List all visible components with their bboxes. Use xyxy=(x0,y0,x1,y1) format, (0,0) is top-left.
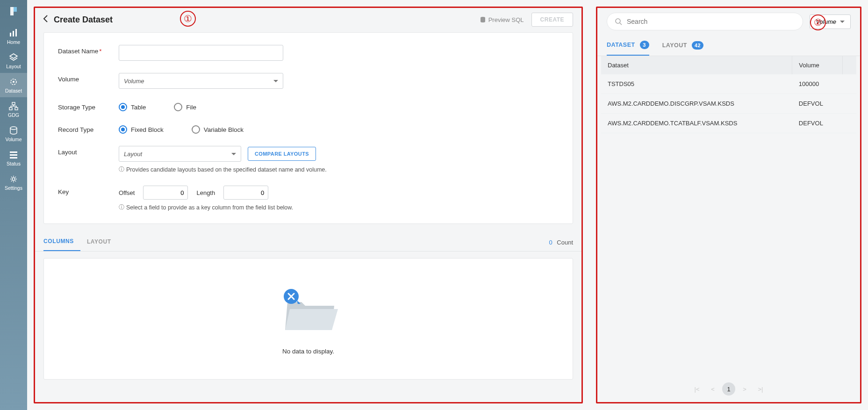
nav-gdg[interactable]: GDG xyxy=(0,97,27,122)
count-label: Count xyxy=(557,239,573,246)
app-logo xyxy=(6,4,21,19)
dataset-count-badge: 3 xyxy=(640,41,649,49)
col-header-actions xyxy=(842,56,856,74)
col-header-dataset[interactable]: Dataset xyxy=(601,56,792,74)
search-field-wrap[interactable] xyxy=(607,13,803,30)
nav-label: Volume xyxy=(5,137,22,142)
layout-select[interactable]: Layout xyxy=(119,146,241,162)
svg-rect-7 xyxy=(15,108,18,110)
volume-label: Volume xyxy=(58,73,119,83)
chevron-down-icon xyxy=(273,80,278,82)
create-button[interactable]: CREATE xyxy=(531,13,573,27)
panel-header: Create Dataset Preview SQL CREATE xyxy=(35,8,581,32)
nav-label: Status xyxy=(7,161,21,166)
page-title: Create Dataset xyxy=(54,15,480,25)
tab-columns[interactable]: COLUMNS xyxy=(43,238,80,251)
create-dataset-panel: ① Create Dataset Preview SQL CREATE Data… xyxy=(34,7,583,403)
radio-checked-icon xyxy=(119,103,127,111)
tab-dataset-label: DATASET xyxy=(607,42,635,48)
radio-label: Fixed Block xyxy=(131,126,164,133)
info-icon: ⓘ xyxy=(119,165,124,173)
volume-select[interactable]: Volume xyxy=(119,73,283,89)
svg-point-12 xyxy=(12,178,15,180)
nav-volume[interactable]: Volume xyxy=(0,122,27,146)
nav-label: Layout xyxy=(6,64,21,69)
hierarchy-icon xyxy=(9,102,18,110)
table-row[interactable]: AWS.M2.CARDDEMO.TCATBALF.VSAM.KSDS DEFVO… xyxy=(601,114,856,133)
svg-point-15 xyxy=(616,19,620,23)
radio-checked-icon xyxy=(119,125,127,134)
tab-dataset[interactable]: DATASET 3 xyxy=(607,36,649,56)
page-first-button[interactable]: |< xyxy=(690,382,703,396)
preview-sql-label: Preview SQL xyxy=(488,16,524,23)
nav-label: GDG xyxy=(8,112,19,118)
radio-unchecked-icon xyxy=(174,103,182,111)
cell-volume: DEFVOL xyxy=(792,114,842,133)
record-type-label: Record Type xyxy=(58,123,119,133)
record-type-fixed-radio[interactable]: Fixed Block xyxy=(119,125,164,134)
nav-label: Dataset xyxy=(5,88,22,94)
radio-label: Table xyxy=(131,104,146,111)
tab-layout-label: LAYOUT xyxy=(662,42,687,49)
nav-settings[interactable]: Settings xyxy=(0,170,27,194)
chevron-down-icon xyxy=(840,21,845,23)
layout-count-badge: 42 xyxy=(692,41,703,50)
compare-layouts-button[interactable]: COMPARE LAYOUTS xyxy=(248,147,316,161)
length-label: Length xyxy=(196,189,215,196)
length-input[interactable] xyxy=(223,186,268,200)
record-type-variable-radio[interactable]: Variable Block xyxy=(192,125,244,134)
storage-type-table-radio[interactable]: Table xyxy=(119,103,146,111)
nav-layout[interactable]: Layout xyxy=(0,49,27,73)
list-icon xyxy=(9,151,18,159)
page-next-button[interactable]: > xyxy=(738,382,751,396)
callout-2: ② xyxy=(810,14,826,30)
empty-folder-icon xyxy=(273,283,344,339)
dataset-name-input[interactable] xyxy=(119,45,283,61)
database-icon xyxy=(9,126,18,135)
page-prev-button[interactable]: < xyxy=(706,382,719,396)
svg-rect-2 xyxy=(15,29,17,36)
search-input[interactable] xyxy=(627,18,795,25)
chevron-down-icon xyxy=(231,153,236,155)
key-hint: ⓘ Select a field to provide as a key col… xyxy=(119,203,559,211)
back-arrow-icon[interactable] xyxy=(42,14,50,25)
page-number-current[interactable]: 1 xyxy=(722,382,735,396)
key-label: Key xyxy=(58,186,119,195)
storage-type-file-radio[interactable]: File xyxy=(174,103,196,111)
svg-rect-10 xyxy=(10,154,17,156)
nav-dataset[interactable]: Dataset xyxy=(0,73,27,97)
layout-hint: ⓘ Provides candidate layouts based on th… xyxy=(119,165,559,173)
storage-type-label: Storage Type xyxy=(58,101,119,111)
tab-layout[interactable]: LAYOUT 42 xyxy=(662,36,704,55)
page-last-button[interactable]: >| xyxy=(754,382,767,396)
nav-label: Settings xyxy=(5,185,22,191)
dataset-table-wrap: Dataset Volume TSTDS05 100000 AWS.M2.CAR… xyxy=(597,56,860,376)
main-content: ① Create Dataset Preview SQL CREATE Data… xyxy=(27,0,868,410)
count-display: 0 Count xyxy=(549,239,573,251)
svg-rect-5 xyxy=(12,102,15,105)
bar-chart-icon xyxy=(9,29,18,37)
svg-rect-0 xyxy=(10,33,11,36)
radio-label: File xyxy=(186,104,196,111)
nav-label: Home xyxy=(7,39,20,45)
cell-dataset: AWS.M2.CARDDEMO.TCATBALF.VSAM.KSDS xyxy=(601,114,792,133)
dataset-name-label: Dataset Name* xyxy=(58,45,119,55)
col-header-volume[interactable]: Volume xyxy=(792,56,842,74)
nav-home[interactable]: Home xyxy=(0,24,27,49)
sql-icon xyxy=(480,16,486,23)
search-icon xyxy=(615,18,622,25)
cell-volume: 100000 xyxy=(792,74,842,94)
cell-dataset: AWS.M2.CARDDEMO.DISCGRP.VSAM.KSDS xyxy=(601,94,792,114)
count-value: 0 xyxy=(549,239,552,246)
preview-sql-button[interactable]: Preview SQL xyxy=(480,16,524,23)
radio-label: Variable Block xyxy=(204,126,244,133)
volume-select-placeholder: Volume xyxy=(124,78,144,85)
no-data-area: No data to display. xyxy=(43,258,573,380)
nav-status[interactable]: Status xyxy=(0,146,27,170)
table-row[interactable]: TSTDS05 100000 xyxy=(601,74,856,94)
cell-dataset: TSTDS05 xyxy=(601,74,792,94)
offset-input[interactable] xyxy=(143,186,188,200)
tab-layout[interactable]: LAYOUT xyxy=(87,238,118,251)
table-row[interactable]: AWS.M2.CARDDEMO.DISCGRP.VSAM.KSDS DEFVOL xyxy=(601,94,856,114)
dataset-form: Dataset Name* Volume Volume Storage Type xyxy=(43,32,573,224)
